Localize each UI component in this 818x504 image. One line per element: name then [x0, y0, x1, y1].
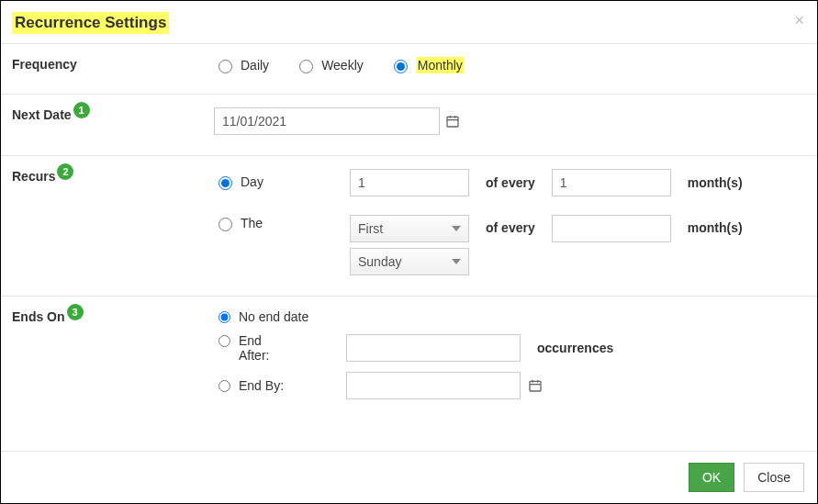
badge-3: 3 — [67, 304, 84, 320]
chevron-down-icon — [452, 226, 461, 231]
frequency-section: Frequency Daily Weekly Monthly — [1, 44, 817, 95]
recurs-day-label: Day — [241, 174, 263, 189]
recurs-the-of-every-text: of every — [486, 215, 535, 235]
ends-no-end-label: No end date — [239, 309, 308, 324]
recurs-weekday-value: Sunday — [358, 254, 401, 269]
recurs-the-month-input[interactable] — [552, 215, 671, 242]
recurs-ordinal-select[interactable]: First — [350, 215, 469, 242]
recurs-day-number-input[interactable] — [350, 169, 469, 196]
ends-by-radio[interactable] — [219, 380, 230, 392]
ends-on-section: Ends On 3 No end date End After: occ — [1, 297, 817, 429]
dialog-footer: OK Close — [1, 451, 817, 503]
recurs-ordinal-value: First — [358, 221, 383, 236]
close-icon[interactable]: × — [794, 12, 804, 28]
ends-by-input[interactable] — [346, 372, 521, 399]
frequency-monthly-option[interactable]: Monthly — [389, 57, 465, 73]
svg-rect-0 — [447, 117, 458, 127]
ends-on-label: Ends On — [12, 309, 65, 324]
close-button[interactable]: Close — [744, 463, 804, 492]
recurs-weekday-select[interactable]: Sunday — [350, 248, 469, 275]
next-date-section: Next Date 1 — [1, 95, 817, 156]
badge-1: 1 — [73, 102, 90, 118]
frequency-daily-label: Daily — [241, 58, 269, 73]
ends-no-end-radio[interactable] — [219, 311, 230, 323]
dialog-title: Recurrence Settings — [12, 12, 169, 34]
recurs-label: Recurs — [12, 169, 55, 184]
calendar-icon[interactable] — [445, 114, 460, 129]
ends-after-radio[interactable] — [219, 335, 230, 347]
recurs-day-of-every-text: of every — [486, 175, 535, 190]
recurs-the-label: The — [241, 216, 263, 230]
frequency-monthly-label: Monthly — [416, 57, 465, 73]
frequency-weekly-radio[interactable] — [299, 60, 313, 73]
recurs-day-months-label: month(s) — [688, 175, 743, 190]
recurs-day-option[interactable]: Day — [214, 174, 263, 190]
recurs-the-radio[interactable] — [219, 218, 232, 231]
ends-by-label: End By: — [239, 378, 284, 393]
next-date-input[interactable] — [214, 107, 440, 135]
ends-occurrences-label: occurrences — [537, 341, 613, 355]
frequency-weekly-option[interactable]: Weekly — [295, 57, 364, 73]
recurs-the-months-label: month(s) — [688, 215, 743, 235]
badge-2: 2 — [57, 163, 73, 180]
frequency-label: Frequency — [12, 57, 77, 72]
next-date-label: Next Date — [12, 107, 72, 122]
dialog-header: Recurrence Settings × — [1, 1, 817, 44]
frequency-monthly-radio[interactable] — [394, 60, 408, 73]
frequency-weekly-label: Weekly — [321, 58, 364, 73]
recurs-the-option[interactable]: The — [214, 215, 263, 231]
recurs-day-month-input[interactable] — [552, 169, 671, 196]
svg-rect-4 — [530, 381, 541, 391]
ends-after-label: End After: — [239, 333, 285, 363]
frequency-daily-option[interactable]: Daily — [214, 57, 269, 73]
recurrence-settings-dialog: Recurrence Settings × Frequency Daily We… — [0, 0, 818, 504]
recurs-section: Recurs 2 Day of every month(s) — [1, 156, 817, 297]
frequency-daily-radio[interactable] — [219, 60, 232, 73]
dialog-body: Frequency Daily Weekly Monthly — [1, 44, 817, 451]
calendar-icon[interactable] — [528, 378, 543, 393]
ok-button[interactable]: OK — [689, 463, 734, 492]
ends-after-input[interactable] — [346, 334, 521, 362]
recurs-day-radio[interactable] — [219, 176, 232, 190]
chevron-down-icon — [452, 259, 461, 264]
